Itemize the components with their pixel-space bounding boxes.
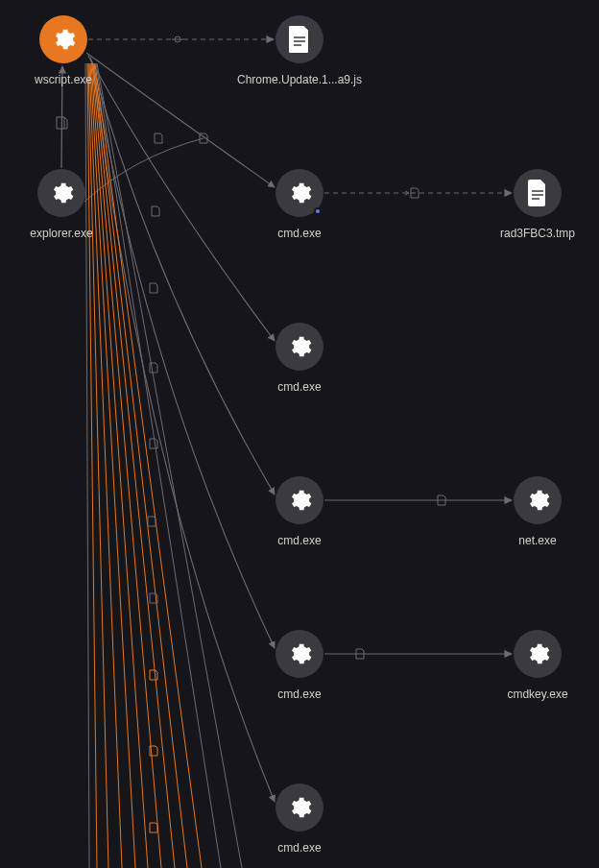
node-cmd-1[interactable]: cmd.exe [242, 169, 357, 240]
file-icon [526, 180, 549, 206]
process-icon-circle[interactable] [37, 169, 85, 217]
process-icon-circle[interactable] [39, 15, 87, 63]
node-net[interactable]: net.exe [480, 476, 595, 547]
process-icon-circle[interactable] [276, 476, 323, 524]
gear-icon [525, 488, 550, 513]
svg-point-0 [175, 36, 180, 42]
node-label: Chrome.Update.1...a9.js [237, 73, 362, 86]
node-rad-tmp[interactable]: rad3FBC3.tmp [480, 169, 595, 240]
node-cmd-2[interactable]: cmd.exe [242, 323, 357, 394]
write-icon [405, 188, 419, 198]
process-icon-circle[interactable] [514, 630, 562, 678]
process-graph-canvas: wscript.exe Chrome.Update.1...a9.js expl… [0, 0, 599, 868]
node-chrome-update-js[interactable]: Chrome.Update.1...a9.js [242, 15, 357, 86]
spawn-icon [356, 649, 364, 659]
gear-icon [49, 181, 74, 205]
edge-layer [0, 0, 599, 868]
node-cmd-4[interactable]: cmd.exe [242, 630, 357, 701]
spawn-icon [57, 117, 67, 129]
process-icon-circle[interactable] [276, 784, 323, 832]
edge-wscript-cmd3 [90, 58, 275, 494]
node-label: cmd.exe [277, 380, 321, 394]
node-cmdkey[interactable]: cmdkey.exe [480, 630, 595, 701]
process-icon-circle[interactable] [514, 476, 562, 524]
node-label: cmd.exe [277, 687, 321, 701]
gear-icon [525, 641, 550, 666]
node-label: rad3FBC3.tmp [500, 227, 575, 240]
gear-icon [287, 795, 312, 820]
gear-icon [51, 27, 76, 52]
node-label: wscript.exe [35, 73, 92, 86]
node-label: cmd.exe [277, 534, 321, 547]
gear-icon [287, 334, 312, 359]
process-icon-circle[interactable] [276, 323, 323, 371]
spawn-icon [438, 495, 445, 505]
node-cmd-3[interactable]: cmd.exe [242, 476, 357, 547]
node-cmd-5[interactable]: cmd.exe [242, 784, 357, 855]
node-label: explorer.exe [30, 227, 92, 240]
midpoint-icons [148, 133, 207, 832]
node-label: cmd.exe [277, 227, 321, 240]
process-icon-circle[interactable] [276, 630, 323, 678]
file-icon-circle[interactable] [514, 169, 562, 217]
node-label: cmd.exe [277, 841, 321, 855]
badge-dot [314, 207, 322, 215]
gear-icon [287, 641, 312, 666]
process-icon-circle[interactable] [276, 169, 323, 217]
gear-icon [287, 488, 312, 513]
file-icon [288, 26, 311, 53]
node-label: net.exe [518, 534, 556, 547]
node-wscript[interactable]: wscript.exe [6, 15, 121, 86]
gear-icon [287, 181, 312, 205]
node-label: cmdkey.exe [507, 687, 567, 701]
edge-icon [172, 36, 183, 42]
node-explorer[interactable]: explorer.exe [4, 169, 119, 240]
file-icon-circle[interactable] [276, 15, 323, 63]
